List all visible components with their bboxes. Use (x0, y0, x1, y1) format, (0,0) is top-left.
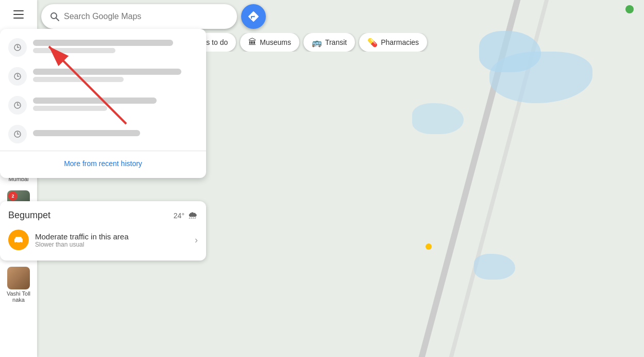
dropdown-item-3[interactable] (0, 91, 206, 120)
pill-pharmacies[interactable]: 💊Pharmacies (359, 33, 427, 52)
traffic-header: Begumpet 24° 🌧 (8, 209, 198, 221)
dropdown-item-2[interactable] (0, 62, 206, 91)
dropdown-text-3 (33, 98, 198, 113)
pill-icon-pharmacies: 💊 (367, 38, 378, 47)
dropdown-icon-3 (8, 96, 27, 115)
traffic-detail: Slower than usual (35, 241, 189, 248)
svg-point-20 (20, 242, 22, 244)
directions-icon (247, 10, 260, 23)
dropdown-icon-1 (8, 38, 27, 57)
dropdown-text-4 (33, 130, 198, 138)
yellow-map-marker (426, 244, 432, 250)
pill-icon-museums: 🏛 (248, 38, 257, 47)
dropdown-text-1 (33, 40, 198, 55)
dropdown-icon-2 (8, 67, 27, 86)
vashi-thumb-img (7, 267, 30, 289)
dropdown-icon-4 (8, 125, 27, 143)
traffic-weather: 24° 🌧 (174, 209, 198, 221)
dropdown-item-4[interactable] (0, 120, 206, 149)
history-icon-4 (13, 130, 22, 138)
history-icon-3 (13, 101, 22, 109)
hamburger-line-1 (13, 10, 24, 11)
weather-icon: 🌧 (188, 209, 198, 221)
hamburger-line-2 (13, 14, 24, 15)
dropdown-line-4a (33, 130, 140, 136)
dropdown-line-2a (33, 69, 181, 75)
search-row (41, 4, 644, 29)
vashi-label: Vashi Toll naka (2, 290, 35, 303)
svg-line-4 (56, 18, 59, 21)
water-body-2 (489, 52, 592, 103)
search-input[interactable] (64, 12, 229, 21)
traffic-icon-circle (8, 230, 29, 250)
dropdown-line-1b (33, 48, 115, 53)
history-icon-2 (13, 72, 22, 80)
search-icon (49, 11, 60, 22)
dropdown-line-2b (33, 77, 124, 82)
water-body-4 (474, 254, 515, 280)
chevron-right-icon: › (195, 235, 198, 246)
traffic-location: Begumpet (8, 210, 50, 221)
more-history-button[interactable]: More from recent history (0, 153, 206, 174)
dropdown-divider (0, 151, 206, 151)
menu-button[interactable] (8, 4, 29, 25)
pill-label-transit: Transit (325, 38, 347, 46)
chattanooga-badge: 2 (8, 191, 18, 201)
traffic-status: Moderate traffic in this area (35, 232, 189, 241)
pill-label-museums: Museums (260, 38, 291, 46)
history-icon-1 (13, 43, 22, 52)
search-box (41, 4, 237, 29)
search-dropdown: More from recent history (0, 29, 206, 178)
hamburger-line-3 (13, 18, 24, 19)
traffic-info-row[interactable]: Moderate traffic in this area Slower tha… (8, 228, 198, 252)
pill-museums[interactable]: 🏛Museums (240, 33, 299, 52)
temperature-text: 24° (174, 212, 184, 220)
dropdown-line-3b (33, 106, 107, 111)
sidebar-item-vashi[interactable]: Vashi Toll naka (0, 265, 37, 305)
pill-label-pharmacies: Pharmacies (381, 38, 419, 46)
traffic-card: Begumpet 24° 🌧 Moderate traffic in this … (0, 201, 206, 261)
pill-icon-transit: 🚌 (312, 38, 322, 47)
dropdown-text-2 (33, 69, 198, 84)
car-icon (13, 234, 24, 246)
dropdown-item-1[interactable] (0, 33, 206, 62)
pill-transit[interactable]: 🚌Transit (303, 33, 355, 52)
dropdown-line-3a (33, 98, 157, 104)
dropdown-line-1a (33, 40, 173, 46)
svg-point-19 (15, 242, 18, 244)
svg-rect-18 (15, 237, 22, 239)
traffic-text: Moderate traffic in this area Slower tha… (35, 232, 189, 248)
water-body-3 (412, 103, 464, 134)
directions-button[interactable] (241, 4, 266, 29)
vashi-thumbnail (7, 267, 30, 289)
